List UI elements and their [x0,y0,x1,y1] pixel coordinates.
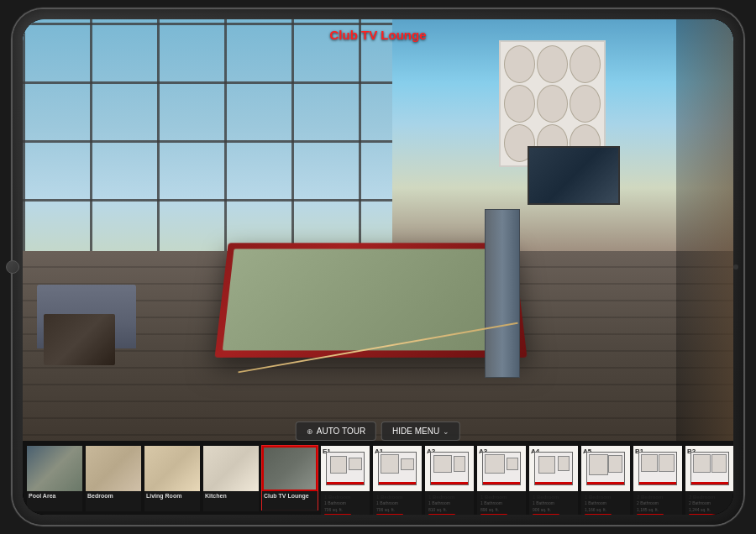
thumb-plan-b1-info: 2 Bedroom 2 Bathroom 1,185 sq. ft. VIEW … [633,491,682,515]
plan-accent [327,482,364,484]
plan-room [589,454,608,475]
thumb-lounge-img [262,446,318,491]
thumb-kitchen-label: Kitchen [205,493,257,500]
plan-a4-label: 1 Bedroom [533,495,575,500]
plan-b2-sqft: 1,244 sq. ft. [689,507,731,513]
hide-menu-button[interactable]: HIDE MENU ⌄ [381,421,460,441]
thumb-plan-e1-img: E1 [321,446,370,491]
thumb-plan-a4-info: 1 Bedroom 1 Bathroom 906 sq. ft. VIEW UN… [529,491,578,515]
plan-b2-btn[interactable]: VIEW UNIT [689,514,716,515]
thumb-plan-a2-info: 1 Bedroom 1 Bathroom 810 sq. ft. VIEW UN… [425,491,474,515]
plan-accent [587,482,624,484]
plan-accent [639,482,676,484]
thumbnail-strip: Pool Area Bedroom Living Room [23,441,733,515]
mini-plan-a5: A5 [581,446,630,491]
plan-room [330,456,347,474]
plan-a5-btn[interactable]: VIEW UNIT [585,514,612,515]
art-face-6 [570,85,601,123]
thumb-bedroom2[interactable]: Living Room [144,445,201,510]
plan-a4-sqft: 906 sq. ft. [533,507,575,513]
plan-a3-details: 1 Bedroom 1 Bathroom 896 sq. ft. VIEW UN… [479,493,524,515]
plan-room [381,454,399,474]
plan-b2-label: 2 Bedroom [689,495,731,500]
auto-tour-button[interactable]: ⊕ AUTO TOUR [296,421,376,441]
thumb-plan-a2-img: A2 [425,446,474,491]
plan-e1-details: 1 Bedroom 1 Bathroom 706 sq. ft. VIEW UN… [323,493,368,515]
controls-bar: ⊕ AUTO TOUR HIDE MENU ⌄ [296,421,460,441]
thumb-lounge[interactable]: Club TV Lounge [261,445,318,510]
plan-a3-sqft: 896 sq. ft. [480,507,522,513]
plan-room [485,454,505,474]
plan-room [433,455,451,473]
thumb-plan-a2[interactable]: A2 1 Bedroom 1 Bathroom 810 s [424,445,475,510]
mini-plan-a1: A1 [373,446,422,491]
thumb-bedroom2-info: Living Room [144,491,200,511]
plan-accent [483,482,520,484]
thumb-plan-e1[interactable]: E1 1 Bedroom 1 Bathroom 706 s [320,445,370,510]
thumb-plan-a1[interactable]: A1 1 Bedroom 1 Bathroom 706 s [372,445,423,510]
mini-plan-b1: B1 [633,446,682,491]
thumb-lounge-label: Club TV Lounge [264,493,316,500]
side-table [44,314,115,364]
mini-plan-a4: A4 [529,446,578,491]
plan-a1-btn[interactable]: VIEW UNIT [376,514,403,515]
thumb-plan-a5[interactable]: A5 1 Bedroom 1 Bathroom 1,166 [580,445,631,510]
plan-b2-details: 2 Bedroom 2 Bathroom 1,244 sq. ft. VIEW … [687,493,732,515]
right-edge-panel [676,19,733,441]
art-face-5 [537,85,568,123]
auto-tour-icon: ⊕ [307,427,313,436]
plan-e1-btn[interactable]: VIEW UNIT [324,514,351,515]
plan-a1-sqft: 706 sq. ft. [376,507,418,513]
plan-diagram-b1 [638,452,677,486]
thumb-plan-e1-info: 1 Bedroom 1 Bathroom 706 sq. ft. VIEW UN… [321,491,370,515]
plan-a4-detail1: 1 Bathroom [533,500,575,506]
thumb-lounge-info: Club TV Lounge [262,491,318,511]
plan-room [538,456,555,474]
thumb-pool[interactable]: Pool Area [26,445,83,510]
plan-a2-detail1: 1 Bathroom [428,500,470,506]
thumb-kitchen-img [203,446,259,491]
panorama-view[interactable]: Club TV Lounge [23,19,733,441]
plan-room [693,454,711,473]
thumb-pool-label: Pool Area [29,493,81,500]
home-button[interactable] [6,260,19,274]
art-face-4 [504,85,535,123]
thumb-plan-a3[interactable]: A3 1 Bedroom 1 Bathroom 896 s [476,445,527,510]
thumb-plan-a4-img: A4 [529,446,578,491]
plan-a3-detail1: 1 Bathroom [480,500,522,506]
plan-a1-detail1: 1 Bathroom [376,500,418,506]
mini-plan-a2: A2 [425,446,474,491]
plan-diagram-a2 [430,452,469,486]
plan-b1-btn[interactable]: VIEW UNIT [637,514,664,515]
plan-e1-label: 1 Bedroom [324,495,366,500]
plan-a3-label: 1 Bedroom [480,495,522,500]
plan-a2-details: 1 Bedroom 1 Bathroom 810 sq. ft. VIEW UN… [427,493,472,515]
thumb-kitchen[interactable]: Kitchen [202,445,260,510]
thumb-plan-a3-info: 1 Bedroom 1 Bathroom 896 sq. ft. VIEW UN… [477,491,526,515]
thumb-plan-a4[interactable]: A4 1 Bedroom 1 Bathroom 906 s [528,445,579,510]
thumb-plan-b1-img: B1 [633,446,682,491]
plan-diagram-b2 [690,452,729,486]
tablet-screen: Club TV Lounge ⊕ AUTO TOUR HIDE MENU ⌄ [23,19,733,515]
plan-a2-btn[interactable]: VIEW UNIT [428,514,455,515]
plan-a3-btn[interactable]: VIEW UNIT [480,514,507,515]
thumb-pool-info: Pool Area [27,491,82,511]
plan-b1-sqft: 1,185 sq. ft. [637,507,679,513]
pool-table [214,243,527,357]
thumb-bedroom1[interactable]: Bedroom [85,445,142,510]
door [485,209,520,378]
art-face-2 [537,45,568,83]
plan-accent [431,482,468,484]
thumb-plan-a5-info: 1 Bedroom 1 Bathroom 1,166 sq. ft. VIEW … [581,491,630,515]
plan-a5-sqft: 1,166 sq. ft. [585,507,627,513]
thumb-plan-a1-info: 1 Bedroom 1 Bathroom 706 sq. ft. VIEW UN… [373,491,422,515]
mini-plan-e1: E1 [321,446,370,491]
art-face-3 [570,45,601,83]
thumb-kitchen-info: Kitchen [203,491,259,511]
plan-a4-btn[interactable]: VIEW UNIT [533,514,559,515]
hide-menu-icon: ⌄ [443,427,449,436]
plan-e1-sqft: 706 sq. ft. [324,507,366,513]
thumb-plan-b1[interactable]: B1 2 Bedroom 2 Bathroom 1,185 [633,445,683,510]
thumb-plan-b2[interactable]: B2 2 Bedroom 2 Bathroom 1,244 [685,445,733,510]
plan-accent [535,482,572,484]
